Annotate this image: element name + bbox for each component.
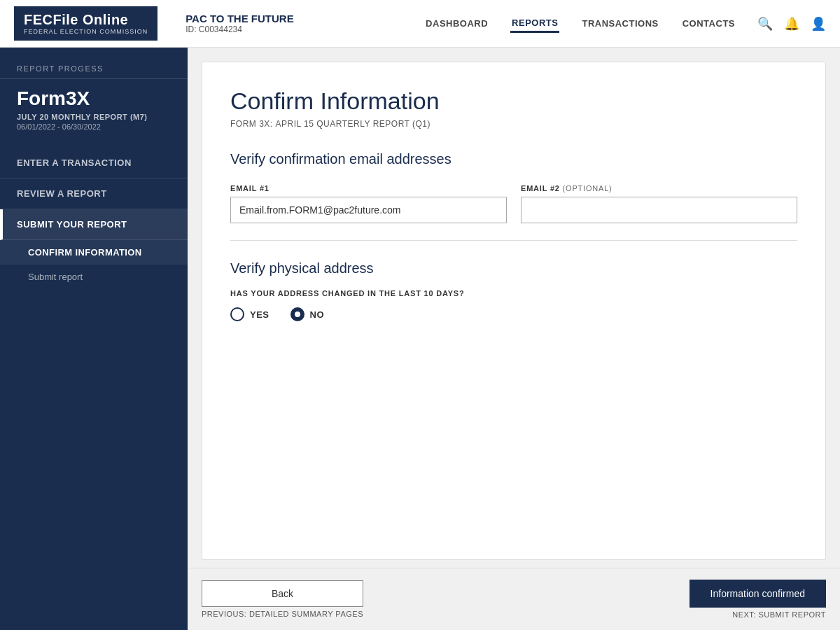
user-icon[interactable]: 👤 [811,16,826,31]
search-icon[interactable]: 🔍 [757,16,773,31]
form-subtitle-prefix: FORM 3X: [230,119,273,129]
nav-dashboard[interactable]: DASHBOARD [424,15,489,31]
sidebar-item-review-report[interactable]: REVIEW A REPORT [0,178,188,209]
form-subtitle: FORM 3X: APRIL 15 QUARTERLY REPORT (Q1) [230,119,797,129]
org-name: PAC TO THE FUTURE [186,13,410,24]
email2-label: EMAIL #2 (OPTIONAL) [521,184,797,192]
footer-right: Information confirmed NEXT: SUBMIT REPOR… [690,580,826,619]
footer-prev-label: PREVIOUS: DETAILED SUMMARY PAGES [202,610,363,618]
brand-title: FECFile Online [24,12,148,28]
sidebar-item-submit-report-sub[interactable]: Submit report [0,265,188,289]
email1-label: EMAIL #1 [230,184,507,192]
sidebar-section-label: REPORT PROGESS [0,64,188,79]
form-title: Confirm Information [230,88,797,115]
sidebar-date-range: 06/01/2022 - 06/30/2022 [0,122,188,148]
nav-contacts[interactable]: CONTACTS [681,15,736,31]
footer-next-label: NEXT: SUBMIT REPORT [732,610,826,619]
radio-group: YES NO [230,307,797,321]
footer-left: Back PREVIOUS: DETAILED SUMMARY PAGES [202,580,363,618]
org-info: PAC TO THE FUTURE ID: C00344234 [172,13,424,34]
sidebar-item-enter-transaction[interactable]: ENTER A TRANSACTION [0,148,188,178]
radio-no[interactable]: NO [290,307,325,321]
main-content: Confirm Information FORM 3X: APRIL 15 QU… [188,48,840,630]
address-section-title: Verify physical address [230,260,797,276]
divider [230,240,797,241]
sidebar-item-submit-report[interactable]: SUBMIT YOUR REPORT [0,209,188,240]
email-section-title: Verify confirmation email addresses [230,151,797,167]
brand-logo: FECFile Online FEDERAL ELECTION COMMISSI… [14,6,158,41]
org-id: ID: C00344234 [186,24,410,34]
brand-subtitle: FEDERAL ELECTION COMMISSION [24,28,148,35]
nav-transactions[interactable]: TRANSACTIONS [580,15,659,31]
address-question: HAS YOUR ADDRESS CHANGED IN THE LAST 10 … [230,289,797,298]
footer-bar: Back PREVIOUS: DETAILED SUMMARY PAGES In… [188,568,840,630]
nav-links: DASHBOARD REPORTS TRANSACTIONS CONTACTS [424,15,736,33]
form-subtitle-value: APRIL 15 QUARTERLY REPORT (Q1) [276,119,431,129]
radio-yes[interactable]: YES [230,307,270,321]
back-button[interactable]: Back [202,580,363,607]
email2-input[interactable] [521,197,797,223]
email1-group: EMAIL #1 [230,184,507,223]
notification-icon[interactable]: 🔔 [784,16,799,31]
layout: REPORT PROGESS Form3X JULY 20 MONTHLY RE… [0,48,840,630]
form-card: Confirm Information FORM 3X: APRIL 15 QU… [202,62,826,560]
radio-no-circle[interactable] [290,307,304,321]
top-nav: FECFile Online FEDERAL ELECTION COMMISSI… [0,0,840,48]
email2-group: EMAIL #2 (OPTIONAL) [521,184,797,223]
sidebar-report-name: JULY 20 MONTHLY REPORT (M7) [0,110,188,122]
sidebar-form-title: Form3X [0,88,188,110]
nav-reports[interactable]: REPORTS [510,15,559,33]
confirm-button[interactable]: Information confirmed [690,580,826,608]
radio-no-label: NO [310,309,325,320]
email1-input[interactable] [230,197,507,223]
email2-optional: (OPTIONAL) [563,184,612,192]
sidebar-item-confirm-information[interactable]: CONFIRM INFORMATION [0,240,188,265]
radio-yes-label: YES [250,309,270,320]
nav-icons: 🔍 🔔 👤 [757,16,826,31]
radio-yes-circle[interactable] [230,307,244,321]
email-fields-row: EMAIL #1 EMAIL #2 (OPTIONAL) [230,184,797,223]
sidebar: REPORT PROGESS Form3X JULY 20 MONTHLY RE… [0,48,188,630]
